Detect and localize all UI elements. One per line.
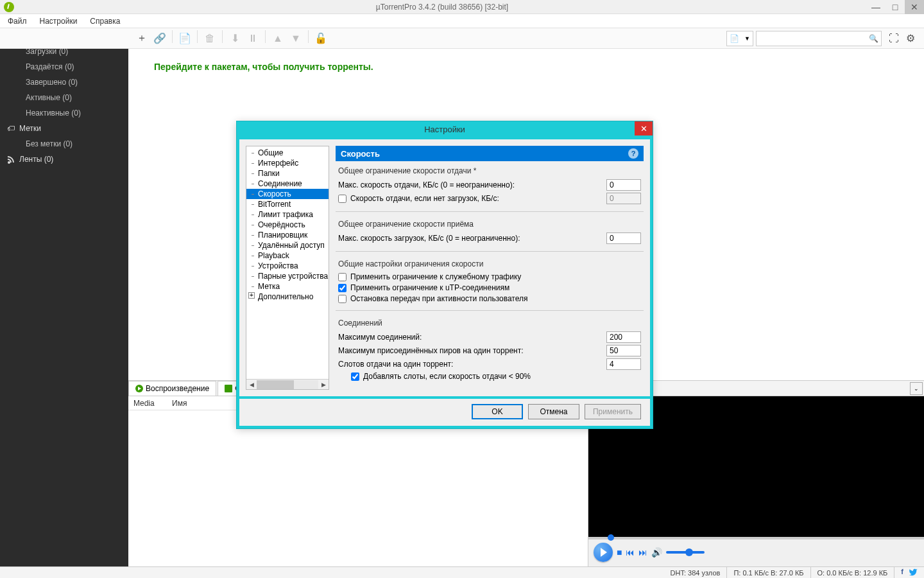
media-player: ■ ⏮ ⏭ 🔊 (588, 538, 924, 566)
overhead-checkbox[interactable] (338, 273, 346, 281)
tabs-menu-button[interactable]: ⌄ (910, 382, 923, 395)
tree-traffic[interactable]: Лимит трафика (246, 209, 329, 220)
separator (308, 30, 309, 43)
sidebar-labels-header[interactable]: 🏷 Метки (0, 121, 128, 136)
max-upload-input[interactable] (606, 179, 641, 191)
tree-advanced[interactable]: Дополнительно (246, 292, 329, 302)
minimize-button[interactable]: — (866, 0, 886, 14)
delete-button[interactable]: 🗑 (201, 30, 218, 47)
panel-title: Скорость (341, 149, 380, 159)
stop-button[interactable]: ■ (617, 547, 622, 557)
tree-queue[interactable]: Очерёдность (246, 220, 329, 230)
seek-slider[interactable] (588, 537, 924, 539)
extra-slot-checkbox[interactable] (351, 372, 359, 381)
app-icon (4, 2, 14, 12)
status-dht[interactable]: DHT: 384 узлов (664, 567, 728, 578)
start-button[interactable]: ⬇ (227, 30, 243, 47)
sidebar-feeds-header[interactable]: Ленты (0) (0, 152, 128, 167)
menu-settings[interactable]: Настройки (33, 15, 84, 28)
tree-devices[interactable]: Устройства (246, 261, 329, 271)
ok-button[interactable]: OK (472, 404, 523, 419)
titlebar: µTorrentPro 3.4.2 (build 38656) [32-bit]… (0, 0, 924, 14)
max-conn-input[interactable] (606, 331, 641, 343)
toolbar: ＋ 🔗 📄 🗑 ⬇ ⏸ ▲ ▼ 🔓 📄 ▼ (0, 28, 924, 49)
tree-speed[interactable]: Скорость (246, 189, 329, 199)
tree-remote[interactable]: Удалённый доступ (246, 240, 329, 250)
dialog-title[interactable]: Настройки ✕ (237, 121, 653, 137)
tree-connection[interactable]: Соединение (246, 179, 329, 189)
tree-scrollbar[interactable]: ◀ ▶ (246, 379, 329, 389)
scroll-right-icon[interactable]: ▶ (318, 380, 329, 389)
volume-slider[interactable] (666, 551, 705, 554)
alt-upload-checkbox[interactable] (338, 195, 346, 203)
status-download[interactable]: П: 0.1 КБ/с В: 27.0 КБ (727, 567, 810, 578)
separator (172, 30, 173, 43)
help-icon[interactable]: ? (628, 148, 638, 159)
sidebar-item-inactive[interactable]: Неактивные (0) (0, 105, 128, 121)
stop-checkbox[interactable] (338, 295, 346, 303)
slots-input[interactable] (606, 358, 641, 370)
prev-button[interactable]: ⏮ (626, 547, 635, 557)
tree-general[interactable]: Общие (246, 148, 329, 158)
col-media[interactable]: Media (133, 399, 172, 408)
sidebar: ⇅ Торренты (0) Загрузки (0) Раздаётся (0… (0, 28, 128, 566)
play-icon (135, 385, 143, 392)
col-name[interactable]: Имя (172, 399, 187, 408)
pause-button[interactable]: ⏸ (244, 30, 261, 47)
tree-paired[interactable]: Парные устройства (246, 271, 329, 281)
sidebar-item-active[interactable]: Активные (0) (0, 90, 128, 105)
play-button[interactable] (594, 543, 613, 562)
menubar: Файл Настройки Справка (0, 14, 924, 28)
next-button[interactable]: ⏭ (638, 547, 647, 557)
unlock-button[interactable]: 🔓 (312, 30, 329, 47)
volume-icon[interactable]: 🔊 (651, 547, 662, 557)
max-conn-label: Максимум соединений: (338, 333, 606, 342)
max-download-input[interactable] (606, 232, 641, 244)
add-url-button[interactable]: 🔗 (151, 30, 168, 47)
twitter-icon[interactable] (909, 568, 918, 578)
tree-playback[interactable]: Playback (246, 250, 329, 261)
file-icon: 📄 (727, 34, 742, 43)
tab-play[interactable]: Воспроизведение (128, 381, 216, 396)
separator (197, 30, 198, 43)
up-button[interactable]: ▲ (270, 30, 286, 47)
sidebar-item-completed[interactable]: Завершено (0) (0, 74, 128, 90)
apply-button[interactable]: Применить (585, 404, 641, 419)
create-torrent-button[interactable]: 📄 (176, 30, 193, 47)
settings-button[interactable]: ⚙ (902, 30, 919, 47)
remote-button[interactable]: ⛶ (886, 30, 902, 47)
close-button[interactable]: ✕ (905, 0, 924, 14)
utp-checkbox[interactable] (338, 284, 346, 292)
tree-interface[interactable]: Интерфейс (246, 158, 329, 168)
dialog-close-button[interactable]: ✕ (635, 121, 653, 136)
maximize-button[interactable]: □ (886, 0, 905, 14)
stop-label: Остановка передач при активности пользов… (350, 294, 528, 303)
facebook-icon[interactable]: f (901, 568, 903, 578)
tree-scheduler[interactable]: Планировщик (246, 230, 329, 240)
separator (265, 30, 266, 43)
menu-file[interactable]: Файл (1, 15, 33, 28)
separator (222, 30, 223, 43)
tab-play-label: Воспроизведение (146, 384, 209, 393)
search-button[interactable]: 🔍 (866, 31, 881, 46)
chevron-down-icon: ⌄ (914, 385, 919, 392)
statusbar: DHT: 384 узлов П: 0.1 КБ/с В: 27.0 КБ О:… (0, 566, 924, 578)
sidebar-item-nolabel[interactable]: Без метки (0) (0, 136, 128, 152)
tree-label[interactable]: Метка (246, 281, 329, 292)
max-peers-input[interactable] (606, 345, 641, 356)
tree-folders[interactable]: Папки (246, 168, 329, 179)
group-rate-title: Общие настройки ограничения скорости (338, 259, 641, 268)
add-torrent-button[interactable]: ＋ (133, 30, 150, 47)
down-button[interactable]: ▼ (287, 30, 304, 47)
sidebar-item-seeding[interactable]: Раздаётся (0) (0, 59, 128, 74)
tree-bittorrent[interactable]: BitTorrent (246, 199, 329, 209)
status-upload[interactable]: О: 0.0 КБ/с В: 12.9 КБ (811, 567, 895, 578)
promo-text[interactable]: Перейдите к пакетам, чтобы получить торр… (154, 62, 898, 72)
search-input[interactable] (757, 34, 866, 43)
scroll-left-icon[interactable]: ◀ (246, 380, 257, 389)
cancel-button[interactable]: Отмена (528, 404, 579, 419)
feeds-label: Ленты (0) (19, 155, 53, 164)
search-category[interactable]: 📄 ▼ (726, 31, 753, 46)
utp-label: Применить ограничение к uTP-соединениям (350, 283, 509, 292)
menu-help[interactable]: Справка (83, 15, 126, 28)
